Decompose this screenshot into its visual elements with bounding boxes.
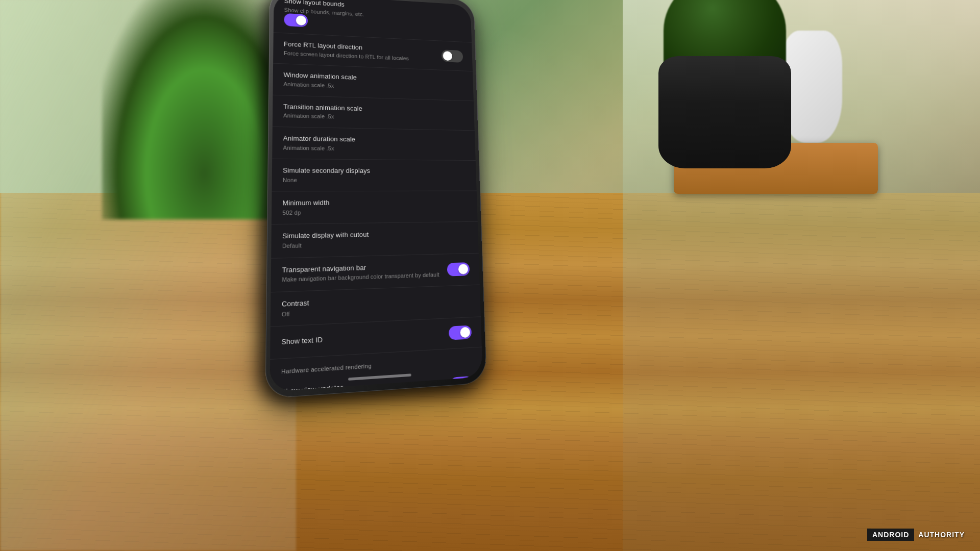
setting-text-minimum-width: Minimum width 502 dp xyxy=(282,198,468,216)
setting-subtitle-simulate-secondary: None xyxy=(283,176,461,184)
watermark: ANDROID AUTHORITY xyxy=(867,529,965,541)
phone-screen: Show layout bounds Show clip bounds, mar… xyxy=(270,0,482,391)
setting-text-show-text-id: Show text ID xyxy=(281,329,449,347)
setting-item-transition-animation[interactable]: Transition animation scale Animation sca… xyxy=(273,95,475,131)
setting-text-force-rtl: Force RTL layout direction Force screen … xyxy=(284,40,442,63)
setting-title-simulate-secondary: Simulate secondary displays xyxy=(283,166,461,176)
setting-text-contrast: Contrast Off xyxy=(282,292,471,318)
setting-text-transparent-nav: Transparent navigation bar Make navigati… xyxy=(282,261,447,284)
phone-device: Show layout bounds Show clip bounds, mar… xyxy=(265,0,486,399)
toggle-knob-rtl xyxy=(443,51,452,61)
toggle-knob-show-text-id xyxy=(460,327,470,338)
setting-item-simulate-secondary[interactable]: Simulate secondary displays None xyxy=(272,159,477,192)
setting-text-animator-duration: Animator duration scale Animation scale … xyxy=(283,134,465,153)
toggle-show-text-id[interactable] xyxy=(449,325,472,340)
toggle-show-layout[interactable] xyxy=(284,13,308,27)
toggle-transparent-nav[interactable] xyxy=(447,262,470,276)
setting-text: Show layout bounds Show clip bounds, mar… xyxy=(284,0,462,23)
phone-body: Show layout bounds Show clip bounds, mar… xyxy=(265,0,486,399)
toggle-knob xyxy=(296,15,306,26)
setting-text-simulate-cutout: Simulate display with cutout Default xyxy=(282,229,469,250)
screen-content: Show layout bounds Show clip bounds, mar… xyxy=(270,0,482,391)
watermark-authority-text: AUTHORITY xyxy=(918,531,965,539)
setting-item-minimum-width[interactable]: Minimum width 502 dp xyxy=(272,191,478,225)
watermark-android-text: ANDROID xyxy=(867,529,914,541)
toggle-force-rtl[interactable] xyxy=(442,49,463,63)
setting-subtitle-animator-duration: Animation scale .5x xyxy=(283,144,460,153)
setting-title-show-text-id: Show text ID xyxy=(281,329,443,347)
setting-title-minimum-width: Minimum width xyxy=(282,198,461,208)
setting-item-animator-duration[interactable]: Animator duration scale Animation scale … xyxy=(272,127,476,161)
setting-text-transition-animation: Transition animation scale Animation sca… xyxy=(283,103,465,123)
setting-text-window-animation: Window animation scale Animation scale .… xyxy=(283,71,464,93)
setting-subtitle-minimum-width: 502 dp xyxy=(282,208,462,217)
setting-title-animator-duration: Animator duration scale xyxy=(283,134,460,145)
toggle-knob-transparent-nav xyxy=(458,264,469,274)
setting-text-simulate-secondary: Simulate secondary displays None xyxy=(283,166,467,184)
setting-item-simulate-cutout[interactable]: Simulate display with cutout Default xyxy=(271,222,479,258)
settings-list: Show layout bounds Show clip bounds, mar… xyxy=(270,0,482,391)
plant-pot-right xyxy=(648,0,801,179)
